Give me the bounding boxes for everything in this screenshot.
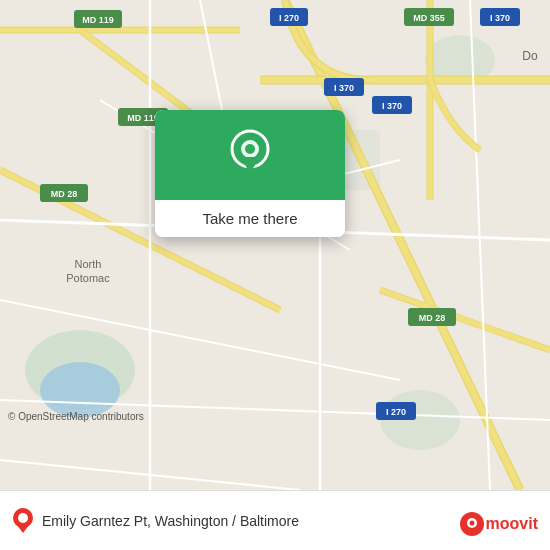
svg-point-58	[18, 513, 28, 523]
moovit-text: moovit	[486, 515, 538, 533]
bottom-bar: Emily Garntez Pt, Washington / Baltimore…	[0, 490, 550, 550]
svg-text:MD 355: MD 355	[413, 13, 445, 23]
moovit-pin-icon	[12, 507, 34, 535]
map-container: MD 119 I 270 MD 355 I 370 I 370 I 370 MD…	[0, 0, 550, 490]
popup-header	[155, 110, 345, 200]
svg-text:I 370: I 370	[334, 83, 354, 93]
svg-text:I 370: I 370	[490, 13, 510, 23]
svg-text:MD 119: MD 119	[82, 15, 114, 25]
svg-point-56	[245, 144, 255, 154]
svg-text:Do: Do	[522, 49, 538, 63]
svg-text:MD 28: MD 28	[419, 313, 446, 323]
svg-marker-59	[17, 525, 29, 533]
map-attribution: © OpenStreetMap contributors	[8, 411, 144, 422]
location-popup: Take me there	[155, 110, 345, 237]
svg-text:MD 28: MD 28	[51, 189, 78, 199]
take-me-there-button[interactable]: Take me there	[155, 200, 345, 237]
svg-text:I 370: I 370	[382, 101, 402, 111]
svg-text:I 270: I 270	[386, 407, 406, 417]
location-label: Emily Garntez Pt, Washington / Baltimore	[42, 513, 299, 529]
location-pin-icon	[228, 129, 272, 181]
moovit-logo-icon	[460, 512, 484, 536]
svg-text:North: North	[75, 258, 102, 270]
svg-point-5	[40, 362, 120, 418]
svg-text:Potomac: Potomac	[66, 272, 110, 284]
moovit-logo: moovit	[460, 512, 538, 536]
svg-point-63	[469, 521, 474, 526]
svg-text:I 270: I 270	[279, 13, 299, 23]
